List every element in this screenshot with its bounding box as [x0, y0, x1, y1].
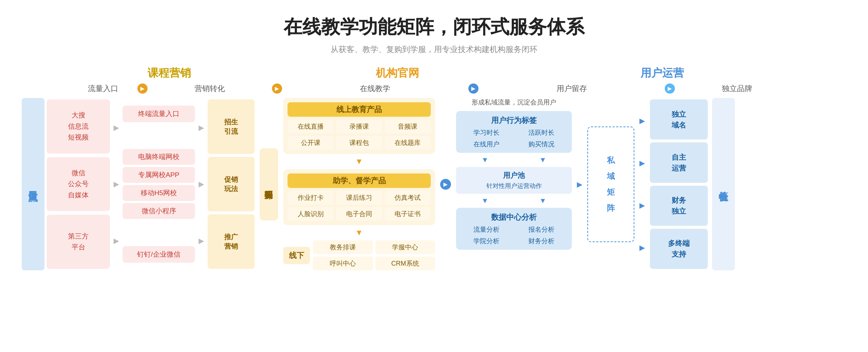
- study-products-title: 助学、督学产品: [288, 173, 431, 188]
- study-item-6: 电子证书: [385, 207, 431, 221]
- down-arrow-1: ▼: [283, 157, 435, 166]
- user-retain-col: 形成私域流量，沉淀会员用户 用户行为标签 学习时长 活跃时长 在线用户 购买情况…: [456, 98, 572, 270]
- offline-grid: 教务排课 学服中心 呼叫中心 CRM系统: [313, 240, 435, 270]
- private-to-brand-arrows: ▶ ▶ ▶ ▶: [637, 98, 648, 270]
- user-behavior-grid: 学习时长 活跃时长 在线用户 购买情况: [460, 128, 567, 149]
- online-edu-item-4: 公开课: [288, 136, 333, 150]
- marketing-item-2: 电脑终端网校: [123, 149, 195, 165]
- offline-item-3: 呼叫中心: [313, 257, 373, 270]
- traffic-to-marketing-arrows: ▶ ▶ ▶: [112, 98, 120, 270]
- online-to-user-arrow: ▶: [437, 98, 454, 270]
- brand-item-2: 自主运营: [650, 142, 708, 183]
- marketing-item-5: 微信小程序: [123, 203, 195, 219]
- study-item-5: 电子合同: [336, 207, 382, 221]
- private-domain-col: 私 域 矩 阵: [587, 98, 634, 270]
- online-edu-item-2: 录播课: [336, 120, 382, 133]
- behavior-item-4: 购买情况: [515, 140, 567, 149]
- right-vertical-label: 社会价值: [712, 98, 735, 270]
- course-buy-connector: 课程购买: [257, 98, 281, 270]
- traffic-source-2: 微信公众号自媒体: [47, 157, 110, 211]
- promo-item-1: 招生引流: [208, 99, 255, 154]
- offline-label: 线下: [283, 247, 310, 264]
- data-center-grid: 流量分析 报名分析 学院分析 财务分析: [460, 225, 567, 245]
- down-arrows-pool: ▼▼: [456, 197, 572, 205]
- user-behavior-title: 用户行为标签: [460, 115, 567, 125]
- marketing-item-4: 移动H5网校: [123, 185, 195, 201]
- marketing-item-6: 钉钉/企业微信: [123, 246, 195, 263]
- section-label-official: 机构官网: [270, 66, 526, 81]
- page-subtitle: 从获客、教学、复购到学服，用专业技术构建机构服务闭环: [22, 44, 846, 55]
- marketing-item-1: 终端流量入口: [123, 106, 195, 122]
- brand-item-4: 多终端支持: [650, 229, 708, 269]
- user-to-private-arrow: ▶: [574, 98, 585, 270]
- data-center-title: 数据中心分析: [460, 212, 567, 222]
- arrow-circle-blue: ▶: [440, 179, 451, 190]
- brand-item-1: 独立域名: [650, 99, 708, 139]
- offline-item-2: 学服中心: [375, 240, 435, 254]
- data-center-item-4: 财务分析: [515, 237, 567, 245]
- behavior-item-2: 活跃时长: [515, 128, 567, 137]
- behavior-item-3: 在线用户: [460, 140, 512, 149]
- promo-col: 招生引流 促销玩法 推广营销: [208, 98, 255, 270]
- marketing-col: 终端流量入口 电脑终端网校 专属网校APP 移动H5网校 微信小程序 钉钉/企业…: [123, 98, 195, 270]
- online-edu-item-6: 在线题库: [385, 136, 431, 150]
- offline-row: 线下 教务排课 学服中心 呼叫中心 CRM系统: [283, 240, 435, 270]
- left-vertical-label: 流量入口: [22, 98, 44, 270]
- brand-item-3: 财务独立: [650, 186, 708, 226]
- step-arrow-2: ▶: [272, 83, 282, 94]
- private-domain-box: 私 域 矩 阵: [587, 126, 634, 242]
- study-products-grid: 作业打卡 课后练习 仿真考试 人脸识别 电子合同 电子证书: [288, 191, 431, 221]
- step-label-3: 在线教学: [282, 83, 468, 94]
- down-arrows-behavior: ▼▼: [456, 156, 572, 164]
- study-products-box: 助学、督学产品 作业打卡 课后练习 仿真考试 人脸识别 电子合同 电子证书: [283, 169, 435, 225]
- step-arrow-1: ▶: [137, 83, 148, 94]
- online-offline-col: 线上教育产品 在线直播 录播课 音频课 公开课 课程包 在线题库 ▼ 助学、督学…: [283, 98, 435, 270]
- online-education-box: 线上教育产品 在线直播 录播课 音频课 公开课 课程包 在线题库: [283, 98, 435, 154]
- step-label-2: 营销转化: [148, 83, 272, 94]
- marketing-item-3: 专属网校APP: [123, 167, 195, 183]
- online-edu-item-1: 在线直播: [288, 120, 333, 133]
- offline-item-4: CRM系统: [375, 257, 435, 270]
- behavior-item-1: 学习时长: [460, 128, 512, 137]
- data-center-item-2: 报名分析: [515, 225, 567, 234]
- private-domain-label: 私: [607, 153, 615, 168]
- user-pool-desc: 针对性用户运营动作: [460, 182, 568, 190]
- page-title: 在线教学功能矩阵，闭环式服务体系: [22, 14, 846, 40]
- online-edu-grid: 在线直播 录播课 音频课 公开课 课程包 在线题库: [288, 120, 431, 150]
- study-item-1: 作业打卡: [288, 191, 333, 205]
- user-retain-intro: 形成私域流量，沉淀会员用户: [456, 98, 572, 107]
- traffic-sources-col: 大搜信息流短视频 微信公众号自媒体 第三方平台: [47, 98, 110, 270]
- online-edu-item-3: 音频课: [385, 120, 431, 133]
- promo-item-2: 促销玩法: [208, 157, 255, 211]
- offline-item-1: 教务排课: [313, 240, 373, 254]
- section-label-marketing: 课程营销: [69, 66, 270, 81]
- data-center-item-3: 学院分析: [460, 237, 512, 245]
- study-item-3: 仿真考试: [385, 191, 431, 205]
- course-buy-box: 课程购买: [260, 148, 278, 220]
- brand-col: 独立域名 自主运营 财务独立 多终端支持: [650, 98, 708, 270]
- step-arrow-4: ▶: [665, 83, 675, 94]
- study-item-2: 课后练习: [336, 191, 382, 205]
- user-behavior-box: 用户行为标签 学习时长 活跃时长 在线用户 购买情况: [456, 111, 572, 153]
- traffic-source-1: 大搜信息流短视频: [47, 99, 110, 154]
- data-center-box: 数据中心分析 流量分析 报名分析 学院分析 财务分析: [456, 208, 572, 250]
- step-label-5: 独立品牌: [675, 83, 799, 94]
- marketing-to-promo-arrows: ▶ ▶ ▶: [197, 98, 205, 270]
- online-edu-title: 线上教育产品: [288, 102, 431, 117]
- online-edu-item-5: 课程包: [336, 136, 382, 150]
- data-center-item-1: 流量分析: [460, 225, 512, 234]
- traffic-source-3: 第三方平台: [47, 215, 110, 269]
- down-arrow-2: ▼: [283, 228, 435, 237]
- step-arrow-3: ▶: [468, 83, 478, 94]
- study-item-4: 人脸识别: [288, 207, 333, 221]
- section-label-user-ops: 用户运营: [526, 66, 800, 81]
- user-pool-label: 用户池: [460, 171, 568, 180]
- step-label-1: 流量入口: [69, 83, 137, 94]
- user-pool-box: 用户池 针对性用户运营动作: [456, 167, 572, 194]
- page-header: 在线教学功能矩阵，闭环式服务体系 从获客、教学、复购到学服，用专业技术构建机构服…: [22, 14, 846, 55]
- step-label-4: 用户留存: [478, 83, 665, 94]
- promo-item-3: 推广营销: [208, 214, 255, 269]
